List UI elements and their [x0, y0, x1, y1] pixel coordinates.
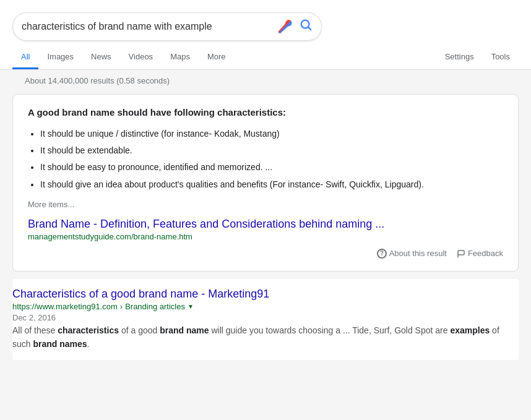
list-item: It should give an idea about product's q… — [40, 177, 503, 192]
list-item: It should be unique / distinctive (for i… — [40, 126, 503, 142]
search-button[interactable] — [299, 18, 313, 35]
tab-tools[interactable]: Tools — [483, 46, 519, 69]
tab-all[interactable]: All — [12, 46, 38, 69]
results-info: About 14,400,000 results (0.58 seconds) — [12, 70, 519, 92]
snippet-text-3: will guide you towards choosing a ... Ti… — [209, 325, 451, 335]
result1-title[interactable]: Characteristics of a good brand name - M… — [12, 288, 269, 300]
snippet-bold-1: characteristics — [58, 325, 119, 335]
tab-more[interactable]: More — [199, 46, 235, 69]
snippet-bold-4: brand names — [33, 339, 87, 349]
feedback-button[interactable]: Feedback — [457, 249, 503, 258]
svg-line-1 — [308, 27, 311, 30]
list-item: It should be easy to pronounce, identifi… — [40, 160, 503, 175]
list-item: It should be extendable. — [40, 143, 503, 158]
more-items-link[interactable]: More items... — [28, 200, 503, 209]
nav-tabs: All Images News Videos Maps More Setting… — [12, 46, 519, 69]
result-item-1: Characteristics of a good brand name - M… — [12, 279, 519, 360]
featured-snippet: A good brand name should have following … — [12, 94, 519, 272]
tab-settings[interactable]: Settings — [436, 46, 483, 69]
main-content: About 14,400,000 results (0.58 seconds) … — [0, 70, 531, 360]
breadcrumb-arrow[interactable]: ▼ — [188, 303, 194, 310]
tab-videos[interactable]: Videos — [120, 46, 162, 69]
result1-url-row: https://www.marketing91.com › Branding a… — [12, 302, 519, 311]
tab-images[interactable]: Images — [38, 46, 82, 69]
tab-news[interactable]: News — [82, 46, 120, 69]
snippet-text-5: . — [87, 339, 90, 349]
tab-maps[interactable]: Maps — [162, 46, 199, 69]
snippet-text-2: of a good — [119, 325, 160, 335]
result1-date: Dec 2, 2016 — [12, 313, 519, 322]
snippet-list: It should be unique / distinctive (for i… — [28, 126, 503, 192]
result1-breadcrumb: Branding articles — [125, 302, 185, 311]
snippet-bold-2: brand name — [160, 325, 209, 335]
header: 🎤 All Images News Videos Maps More Setti… — [0, 0, 531, 70]
microphone-icon[interactable]: 🎤 — [277, 19, 293, 34]
snippet-footer: ? About this result Feedback — [28, 249, 503, 259]
snippet-title: A good brand name should have following … — [28, 107, 503, 118]
result1-url: https://www.marketing91.com — [12, 302, 118, 311]
about-result-label: About this result — [389, 249, 447, 258]
about-result-btn[interactable]: ? About this result — [377, 249, 447, 259]
result1-snippet: All of these characteristics of a good b… — [12, 324, 519, 351]
result1-breadcrumb-sep: › — [120, 302, 123, 311]
search-bar-row: 🎤 — [12, 6, 519, 46]
svg-rect-2 — [458, 251, 464, 255]
search-box: 🎤 — [12, 12, 322, 41]
snippet-bold-3: examples — [450, 325, 490, 335]
snippet-result-url: managementstudyguide.com/brand-name.htm — [28, 232, 503, 241]
search-input[interactable] — [22, 21, 272, 32]
flag-icon — [457, 249, 465, 258]
info-icon: ? — [377, 249, 387, 259]
snippet-text-1: All of these — [12, 325, 58, 335]
snippet-result-link[interactable]: Brand Name - Definition, Features and Co… — [28, 218, 503, 231]
feedback-label: Feedback — [468, 249, 503, 258]
